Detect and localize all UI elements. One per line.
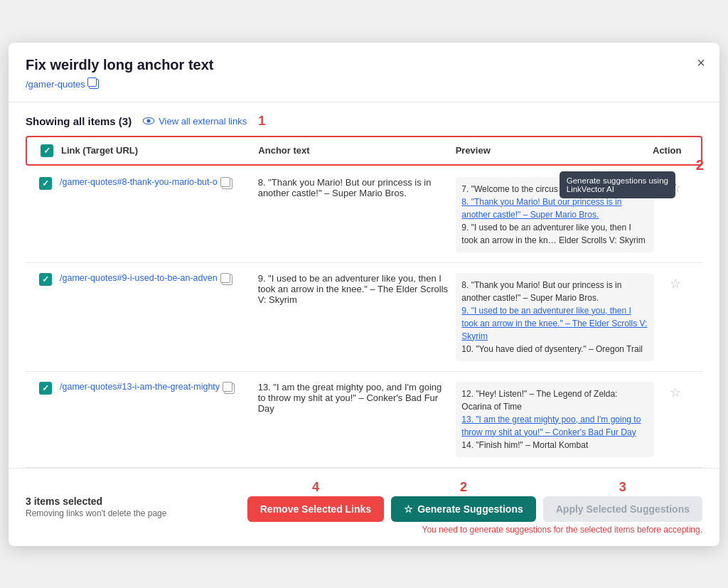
row-1-preview-after: 9. "I used to be an adventurer like you,… (461, 223, 645, 245)
row-1-star-button[interactable]: ☆ (670, 180, 681, 196)
col-header-preview: Preview (456, 145, 653, 156)
checkbox-all[interactable] (41, 144, 53, 157)
showing-bar: Showing all items (3) View all external … (9, 102, 719, 136)
row-1-link[interactable]: /gamer-quotes#8-thank-you-mario-but-o (60, 177, 218, 187)
row-1-preview-before: 7. "Welcome to the circus of values!" – … (461, 184, 645, 194)
footer-info: 3 items selected Removing links won't de… (26, 496, 166, 518)
step-badge-2-footer: 2 (460, 480, 467, 495)
row-3-copy-icon[interactable] (224, 383, 235, 394)
row-3-link-cell: /gamer-quotes#13-i-am-the-great-mighty (60, 382, 258, 394)
star-icon-btn: ☆ (404, 503, 413, 515)
select-all-checkbox[interactable] (33, 144, 61, 157)
row-3-checkbox[interactable] (31, 382, 60, 395)
modal-header: Fix weirdly long anchor text /gamer-quot… (9, 43, 719, 102)
checkbox-row-1[interactable] (39, 177, 52, 190)
row-2-copy-icon[interactable] (222, 274, 232, 285)
step-badge-1: 1 (258, 114, 265, 129)
checkbox-row-3[interactable] (39, 382, 52, 395)
step-badge-2: 2 (696, 157, 704, 173)
row-2-preview-link[interactable]: 9. "I used to be an adventurer like you,… (461, 306, 647, 341)
row-1-action: ☆ Generate suggestions usingLinkVector A… (654, 177, 697, 196)
row-2-preview-after: 10. "You have died of dysentery." – Oreg… (461, 344, 643, 354)
col-header-action: Action (653, 145, 695, 156)
remove-selected-links-button[interactable]: Remove Selected Links (247, 496, 384, 522)
row-2-checkbox[interactable] (31, 273, 60, 286)
row-3-preview: 12. "Hey! Listen!" – The Legend of Zelda… (456, 382, 654, 457)
modal-link[interactable]: /gamer-quotes (26, 79, 99, 90)
row-3-preview-before: 12. "Hey! Listen!" – The Legend of Zelda… (461, 389, 617, 412)
row-3-anchor: 13. "I am the great mighty poo, and I'm … (258, 382, 456, 414)
row-3-preview-after: 14. "Finish him!" – Mortal Kombat (461, 440, 588, 450)
table: Link (Target URL) Anchor text Preview Ac… (26, 136, 702, 468)
col-header-link: Link (Target URL) (61, 145, 258, 156)
checkbox-row-2[interactable] (39, 273, 52, 286)
row-3-action: ☆ (654, 382, 697, 400)
col-header-anchor: Anchor text (258, 145, 455, 156)
row-2-preview: 8. "Thank you Mario! But our princess is… (456, 273, 654, 361)
row-2-link[interactable]: /gamer-quotes#9-i-used-to-be-an-adven (60, 273, 218, 283)
step-badge-4: 4 (312, 480, 319, 495)
row-2-anchor: 9. "I used to be an adventurer like you,… (258, 273, 456, 305)
eye-icon (143, 117, 154, 124)
row-1-preview: 7. "Welcome to the circus of values!" – … (456, 177, 654, 252)
table-row: /gamer-quotes#8-thank-you-mario-but-o 8.… (26, 167, 702, 263)
row-2-preview-before: 8. "Thank you Mario! But our princess is… (461, 280, 621, 303)
modal-container: Fix weirdly long anchor text /gamer-quot… (9, 43, 719, 546)
copy-link-icon[interactable] (89, 79, 99, 89)
close-button[interactable]: × (697, 55, 705, 70)
row-2-star-button[interactable]: ☆ (670, 276, 681, 292)
step-badge-3-footer: 3 (619, 480, 626, 495)
showing-count: Showing all items (3) (26, 115, 132, 127)
row-3-star-button[interactable]: ☆ (670, 385, 681, 400)
footer-buttons: 4 Remove Selected Links 2 ☆ Generate Sug… (247, 480, 702, 522)
row-3-link[interactable]: /gamer-quotes#13-i-am-the-great-mighty (60, 382, 220, 392)
row-3-preview-link[interactable]: 13. "I am the great mighty poo, and I'm … (461, 415, 641, 437)
generate-suggestions-button[interactable]: ☆ Generate Suggestions (391, 496, 536, 522)
modal-footer: 3 items selected Removing links won't de… (9, 468, 719, 546)
view-external-links-button[interactable]: View all external links (143, 116, 247, 127)
table-row: /gamer-quotes#13-i-am-the-great-mighty 1… (26, 372, 702, 468)
items-selected-count: 3 items selected (26, 496, 102, 507)
row-1-preview-link[interactable]: 8. "Thank you Mario! But our princess is… (461, 197, 621, 220)
modal-body: Showing all items (3) View all external … (9, 102, 719, 468)
remove-warning: Removing links won't delete the page (26, 508, 166, 518)
footer-buttons-group: 4 Remove Selected Links 2 ☆ Generate Sug… (247, 480, 702, 535)
apply-selected-suggestions-button[interactable]: Apply Selected Suggestions (543, 496, 702, 522)
row-1-copy-icon[interactable] (222, 178, 232, 189)
row-2-link-cell: /gamer-quotes#9-i-used-to-be-an-adven (60, 273, 258, 285)
table-row: /gamer-quotes#9-i-used-to-be-an-adven 9.… (26, 263, 702, 372)
table-header: Link (Target URL) Anchor text Preview Ac… (26, 136, 702, 166)
row-1-anchor: 8. "Thank you Mario! But our princess is… (258, 177, 456, 198)
row-2-action: ☆ (654, 273, 697, 292)
row-1-checkbox[interactable] (31, 177, 60, 190)
row-1-link-cell: /gamer-quotes#8-thank-you-mario-but-o (60, 177, 258, 189)
footer-error-message: You need to generate suggestions for the… (422, 525, 703, 535)
modal-title: Fix weirdly long anchor text (26, 57, 702, 73)
